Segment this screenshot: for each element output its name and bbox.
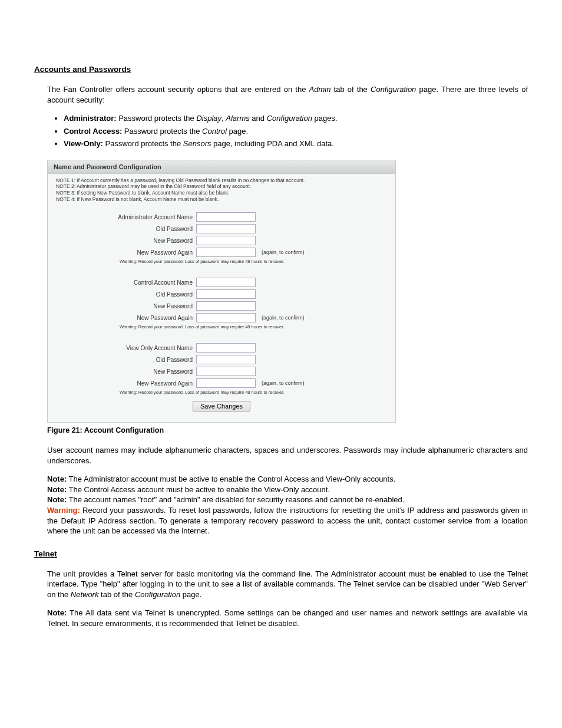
note-label: Note: [47,608,67,617]
italic: Alarms [226,114,249,123]
italic-configuration: Configuration [371,85,416,94]
bold-label: View-Only: [64,139,103,148]
input-control-old-password[interactable] [196,289,256,299]
panel-note1: NOTE 1: If Account currently has a passw… [56,177,389,184]
italic: Configuration [267,114,312,123]
label-new-password: New Password [56,303,196,309]
input-control-account[interactable] [196,278,256,287]
input-control-new-password[interactable] [196,301,256,311]
italic: Sensors [183,139,211,148]
text: Record your passwords. To reset lost pas… [47,506,528,535]
heading-telnet: Telnet [34,549,528,558]
input-view-only-new-password-again[interactable] [196,378,256,388]
text: tab of the [98,590,134,599]
italic: Network [71,590,99,599]
label-new-password: New Password [56,238,196,244]
section2-body: The unit provides a Telnet server for ba… [47,569,528,629]
panel-note2: NOTE 2: Administrator password may be us… [56,183,389,190]
label-new-password-again: New Password Again [56,380,196,387]
document-page: Accounts and Passwords The Fan Controlle… [0,0,562,672]
panel-notes: NOTE 1: If Account currently has a passw… [48,174,395,205]
config-panel-wrap: Name and Password Configuration NOTE 1: … [47,160,528,423]
note-label: Note: [47,495,67,504]
input-view-only-old-password[interactable] [196,355,256,364]
text: The Control Access account must be activ… [67,485,330,494]
text: The Fan Controller offers account securi… [47,85,309,94]
text: and [250,114,267,123]
warning-line: Warning: Record your passwords. To reset… [47,505,528,536]
password-warning: Warning: Record your password. Loss of p… [120,324,389,330]
config-panel: Name and Password Configuration NOTE 1: … [47,160,396,423]
para-usernames: User account names may include alphanume… [47,445,528,466]
bold-label: Control Access: [64,127,122,136]
bullet-list: Administrator: Password protects the Dis… [64,113,528,149]
save-changes-button[interactable]: Save Changes [193,401,250,411]
italic-admin: Admin [309,85,331,94]
note-label: Note: [47,485,67,494]
password-warning: Warning: Record your password. Loss of p… [120,390,389,395]
input-admin-account[interactable] [196,212,256,222]
section1-body: The Fan Controller offers account securi… [47,84,528,536]
figure-caption: Figure 21: Account Configuration [47,426,528,434]
italic: Display [196,114,222,123]
label-old-password: Old Password [56,291,196,298]
input-view-only-new-password[interactable] [196,367,256,376]
bullet-control-access: Control Access: Password protects the Co… [64,126,528,137]
heading-accounts: Accounts and Passwords [34,65,528,74]
password-warning: Warning: Record your password. Loss of p… [120,259,389,264]
telnet-note: Note: The All data sent via Telnet is un… [47,608,528,628]
input-admin-old-password[interactable] [196,224,256,233]
hint-confirm: (again, to confirm) [262,249,305,255]
text: Password protects the [117,114,197,123]
label-view-only-account: View Only Account Name [56,345,196,351]
label-old-password: Old Password [56,357,196,363]
form-group-admin: Administrator Account Name Old Password … [48,205,395,264]
text: The Administrator account must be active… [67,475,395,483]
hint-confirm: (again, to confirm) [262,380,305,386]
label-control-account: Control Account Name [56,279,196,286]
text: page, including PDA and XML data. [211,139,334,148]
bullet-administrator: Administrator: Password protects the Dis… [64,113,528,124]
input-view-only-account[interactable] [196,343,256,353]
label-new-password: New Password [56,368,196,375]
form-group-view-only: View Only Account Name Old Password New … [48,335,395,395]
input-control-new-password-again[interactable] [196,313,256,322]
text: page. [180,590,201,599]
text: tab of the [330,85,371,94]
italic: Configuration [135,590,180,599]
warning-label: Warning: [47,506,80,515]
text: Password protects the [122,127,202,136]
label-old-password: Old Password [56,226,196,232]
note-3: Note: The account names "root" and "admi… [47,495,528,505]
text: The All data sent via Telnet is unencryp… [47,608,528,628]
form-group-control: Control Account Name Old Password New Pa… [48,270,395,330]
label-new-password-again: New Password Again [56,249,196,256]
text: The account names "root" and "admin" are… [67,495,404,504]
italic: Control [202,127,227,136]
panel-note3: NOTE 3: If setting New Password to blank… [56,190,389,196]
text: page. [227,127,248,136]
note-1: Note: The Administrator account must be … [47,474,528,485]
bold-label: Administrator: [64,114,117,123]
input-admin-new-password-again[interactable] [196,248,256,257]
text: Password protects the [103,139,183,148]
bullet-view-only: View-Only: Password protects the Sensors… [64,139,528,149]
input-admin-new-password[interactable] [196,236,256,245]
text: pages. [312,114,338,123]
panel-note4: NOTE 4: If New Password is not blank, Ac… [56,196,389,203]
label-admin-account: Administrator Account Name [56,214,196,220]
note-label: Note: [47,475,67,483]
telnet-para1: The unit provides a Telnet server for ba… [47,569,528,600]
hint-confirm: (again, to confirm) [262,315,305,321]
panel-title: Name and Password Configuration [48,160,395,174]
intro-para: The Fan Controller offers account securi… [47,84,528,105]
label-new-password-again: New Password Again [56,315,196,321]
note-2: Note: The Control Access account must be… [47,485,528,495]
